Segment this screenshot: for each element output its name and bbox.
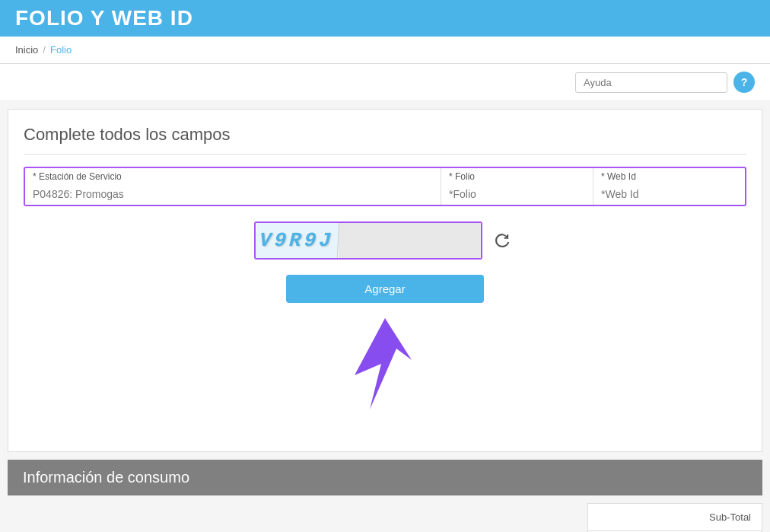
captcha-input[interactable] bbox=[339, 223, 481, 258]
captcha-box: V9R9J bbox=[254, 221, 482, 260]
field-label-estacion: * Estación de Servicio bbox=[25, 168, 441, 183]
estacion-input[interactable] bbox=[25, 183, 441, 205]
divider bbox=[24, 154, 746, 155]
field-group-estacion: * Estación de Servicio bbox=[25, 168, 441, 205]
summary-area: Sub-Total IVA Total bbox=[8, 503, 762, 532]
captcha-image: V9R9J bbox=[255, 223, 339, 258]
field-label-webid: * Web Id bbox=[593, 168, 745, 183]
field-group-webid: * Web Id bbox=[593, 168, 745, 205]
breadcrumb-current[interactable]: Folio bbox=[50, 44, 72, 56]
summary-box: Sub-Total IVA Total bbox=[587, 503, 762, 532]
breadcrumb-home[interactable]: Inicio bbox=[15, 44, 38, 56]
field-group-folio: * Folio bbox=[441, 168, 593, 205]
help-bar: ? bbox=[0, 64, 770, 101]
arrow-annotation bbox=[339, 314, 431, 413]
refresh-icon bbox=[492, 231, 512, 250]
folio-input[interactable] bbox=[441, 183, 593, 205]
captcha-area: V9R9J bbox=[24, 221, 746, 260]
captcha-refresh-button[interactable] bbox=[488, 227, 516, 254]
info-title: Información de consumo bbox=[23, 469, 189, 486]
section-title: Complete todos los campos bbox=[24, 125, 746, 145]
help-input[interactable] bbox=[575, 72, 727, 93]
summary-label-subtotal: Sub-Total bbox=[690, 511, 751, 523]
field-label-folio: * Folio bbox=[441, 168, 593, 183]
agregar-container: Agregar bbox=[24, 275, 746, 311]
arrow-container bbox=[24, 314, 746, 413]
help-button[interactable]: ? bbox=[733, 72, 755, 93]
header-title: FOLIO Y WEB ID bbox=[15, 6, 193, 30]
fields-row: * Estación de Servicio * Folio * Web Id bbox=[24, 167, 746, 206]
svg-marker-1 bbox=[355, 318, 412, 409]
main-content: Complete todos los campos * Estación de … bbox=[8, 109, 762, 452]
agregar-button[interactable]: Agregar bbox=[286, 275, 484, 303]
info-section: Información de consumo bbox=[8, 460, 762, 495]
breadcrumb-separator: / bbox=[43, 44, 46, 56]
summary-row-subtotal: Sub-Total bbox=[588, 504, 762, 531]
header: FOLIO Y WEB ID bbox=[0, 0, 770, 37]
webid-input[interactable] bbox=[593, 183, 745, 205]
breadcrumb: Inicio / Folio bbox=[0, 37, 770, 64]
